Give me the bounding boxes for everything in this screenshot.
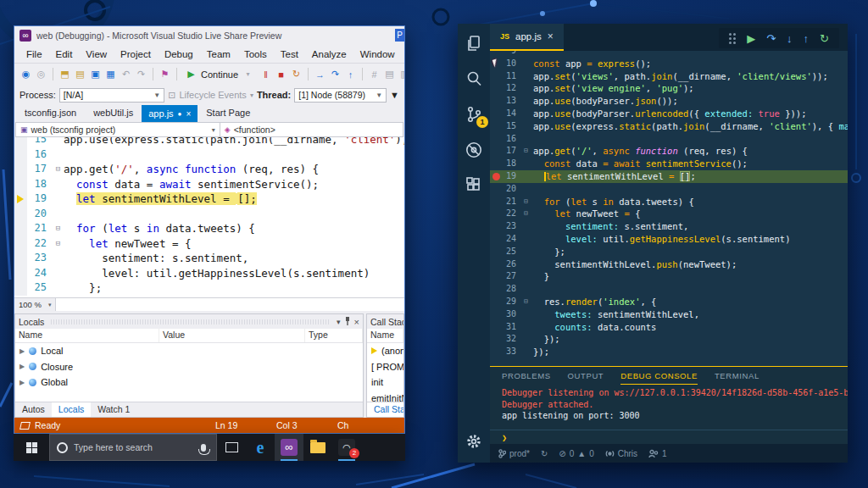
notification-app-button[interactable]: ◠2: [332, 434, 361, 461]
gutter-margin[interactable]: [490, 51, 504, 58]
menu-view[interactable]: View: [79, 47, 114, 61]
code-line-31[interactable]: 31 counts: data.counts: [490, 321, 848, 334]
locals-row-global[interactable]: ▶Global: [15, 374, 363, 391]
restart-icon[interactable]: ↻: [290, 69, 303, 80]
expand-arrow-icon[interactable]: ▶: [19, 379, 25, 386]
menu-edit[interactable]: Edit: [49, 47, 80, 61]
breakpoints-window-icon[interactable]: ▤: [383, 69, 396, 80]
column-header-type[interactable]: Type: [305, 329, 363, 342]
gutter-margin[interactable]: [490, 233, 504, 246]
gutter-margin[interactable]: [490, 183, 504, 196]
thread-combobox[interactable]: [1] Node (58879) ▼: [294, 88, 387, 103]
code-line-19[interactable]: 19 let sentimentWithLevel = [];: [14, 191, 404, 207]
gutter-margin[interactable]: [14, 236, 27, 252]
gutter-margin[interactable]: [490, 258, 504, 271]
gutter-margin[interactable]: [14, 162, 27, 177]
menu-debug[interactable]: Debug: [158, 47, 200, 61]
panel-tab-debug-console[interactable]: DEBUG CONSOLE: [620, 371, 698, 385]
stop-icon[interactable]: ■: [275, 69, 287, 80]
menu-file[interactable]: File: [19, 47, 49, 61]
step-out-icon[interactable]: ↑: [804, 32, 810, 45]
locals-row-closure[interactable]: ▶Closure: [15, 359, 363, 375]
gutter-margin[interactable]: [490, 246, 504, 258]
menu-help[interactable]: Help: [402, 47, 405, 61]
menu-window[interactable]: Window: [353, 47, 402, 61]
new-file-icon[interactable]: ⬒: [58, 69, 71, 80]
output-window-icon[interactable]: ▥: [398, 69, 405, 80]
code-line-25[interactable]: 25 };: [14, 280, 404, 296]
code-line-20[interactable]: 20: [490, 183, 848, 196]
pin-icon[interactable]: [344, 317, 351, 327]
gutter-margin[interactable]: [14, 207, 27, 222]
call-stack-frame[interactable]: emitInitN: [367, 391, 403, 402]
save-icon[interactable]: ▣: [89, 69, 102, 80]
code-line-33[interactable]: 33});: [490, 346, 848, 358]
tab-app-js[interactable]: app.js●×: [142, 105, 198, 122]
task-view-button[interactable]: [217, 434, 246, 461]
step-over-icon[interactable]: ↷: [766, 32, 776, 45]
lifecycle-events-button[interactable]: Lifecycle Events: [179, 90, 246, 100]
code-line-22[interactable]: 22⊟ let newTweet = {: [490, 208, 848, 220]
code-line-18[interactable]: 18 const data = await sentimentService()…: [490, 158, 848, 170]
menu-tools[interactable]: Tools: [237, 47, 274, 61]
live-share-item[interactable]: Chris: [605, 449, 637, 458]
settings-gear-icon[interactable]: [465, 432, 483, 451]
file-explorer-button[interactable]: [303, 434, 332, 461]
gutter-margin[interactable]: [490, 220, 504, 233]
locals-tab-watch-1[interactable]: Watch 1: [91, 402, 136, 417]
code-line-29[interactable]: 29⊟ res.render('index', {: [490, 296, 848, 308]
problems-item[interactable]: ⊘ 0 ▲ 0: [559, 449, 593, 458]
code-line-18[interactable]: 18 const data = await sentimentService()…: [14, 177, 404, 192]
close-icon[interactable]: ×: [354, 317, 359, 327]
gutter-margin[interactable]: [490, 308, 504, 321]
gutter-margin[interactable]: [490, 208, 504, 220]
gutter-margin[interactable]: [14, 147, 27, 163]
code-line-14[interactable]: 14app.use(bodyParser.urlencoded({ extend…: [490, 108, 848, 120]
tab-tsconfig-json[interactable]: tsconfig.json: [16, 105, 85, 122]
locals-panel-header[interactable]: Locals ▾ ×: [15, 314, 363, 329]
callstack-tab-call-stack[interactable]: Call Stack: [367, 402, 404, 417]
call-stack-column-headers[interactable]: Name: [367, 329, 403, 343]
code-line-16[interactable]: 16: [490, 133, 848, 146]
gutter-margin[interactable]: [14, 191, 27, 207]
pause-icon[interactable]: ‖: [259, 69, 272, 80]
gutter-margin[interactable]: [490, 95, 504, 108]
filter-icon[interactable]: ▼: [390, 90, 399, 100]
git-branch-item[interactable]: prod*: [498, 449, 530, 458]
source-control-icon[interactable]: 1: [465, 105, 483, 124]
code-line-23[interactable]: 23 sentiment: s.sentiment,: [490, 220, 848, 233]
code-line-16[interactable]: 16: [14, 147, 404, 163]
step-into-icon[interactable]: ↓: [787, 32, 793, 45]
gutter-margin[interactable]: [490, 108, 504, 120]
code-line-13[interactable]: 13app.use(bodyParser.json());: [490, 95, 848, 108]
fold-marker-icon[interactable]: ⊟: [53, 236, 64, 252]
gutter-margin[interactable]: [490, 82, 504, 95]
gutter-margin[interactable]: [490, 158, 504, 170]
code-line-26[interactable]: 26 sentimentWithLevel.push(newTweet);: [490, 258, 848, 271]
locals-column-headers[interactable]: NameValueType: [15, 329, 363, 343]
gutter-margin[interactable]: [14, 266, 27, 281]
member-dropdown[interactable]: ◈ <function>: [220, 123, 403, 136]
locals-row-local[interactable]: ▶Local: [15, 343, 363, 359]
navigate-back-icon[interactable]: ◉: [19, 69, 32, 80]
gutter-margin[interactable]: [14, 221, 27, 236]
fold-marker-icon[interactable]: ⊟: [53, 162, 64, 177]
code-line-27[interactable]: 27 }: [490, 270, 848, 283]
gutter-margin[interactable]: [14, 177, 27, 192]
start-button[interactable]: [14, 434, 49, 461]
gutter-margin[interactable]: [490, 58, 504, 70]
column-header-name[interactable]: Name: [15, 329, 159, 342]
vscode-editor[interactable]: 910const app = express();11app.set('view…: [490, 51, 848, 366]
code-line-15[interactable]: 15app.use(express.static(path.join(__dir…: [14, 137, 404, 147]
panel-tab-output[interactable]: OUTPUT: [568, 371, 604, 385]
gutter-margin[interactable]: [490, 270, 504, 283]
undo-icon[interactable]: ↶: [120, 69, 132, 80]
panel-tab-problems[interactable]: PROBLEMS: [502, 371, 551, 385]
continue-button[interactable]: ▶ Continue ▾: [182, 69, 257, 80]
gutter-margin[interactable]: [490, 170, 504, 183]
breakpoint-icon[interactable]: [492, 173, 500, 180]
code-line-25[interactable]: 25 };: [490, 246, 848, 258]
column-header-value[interactable]: Value: [159, 329, 305, 342]
expand-arrow-icon[interactable]: ▶: [19, 363, 25, 370]
redo-icon[interactable]: ↷: [135, 69, 147, 80]
